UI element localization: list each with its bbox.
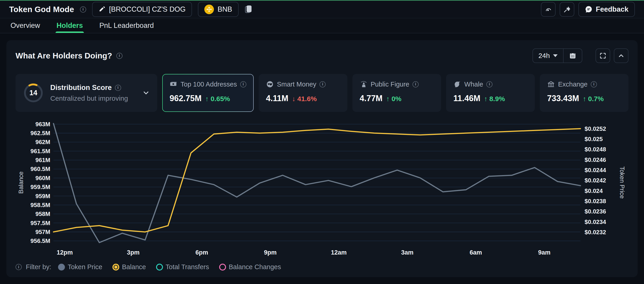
pin-button[interactable] [560,2,574,17]
stat-card-value-row: 4.77M↑ 0% [360,94,434,103]
legend-swatch-radio [112,264,119,271]
fullscreen-button[interactable] [596,48,610,63]
smart-money-icon [266,80,274,88]
legend-item-balance-changes[interactable]: Balance Changes [219,263,281,271]
left-tick: 956.5M [30,238,50,245]
chart-legend: Filter by: Token PriceBalanceTotal Trans… [16,263,628,271]
legend-items: Token PriceBalanceTotal TransfersBalance… [58,263,281,271]
left-tick: 961M [36,157,50,164]
timeframe-value: 24h [538,52,550,60]
series-token-price [54,123,580,243]
legend-item-balance[interactable]: Balance [112,263,146,271]
watchlist-button[interactable] [541,2,556,17]
x-axis-ticks: 12pm3pm6pm9pm12am3am6am9am [54,244,580,258]
info-icon[interactable] [591,81,597,87]
distribution-score-gauge: 14 [23,82,44,103]
right-tick: $0.0232 [584,229,606,236]
calendar-icon [569,52,576,59]
legend-swatch-filled [58,264,65,271]
info-icon[interactable] [412,81,419,87]
chain-name: BNB [218,5,232,13]
left-tick: 962.5M [30,130,50,137]
left-tick: 960M [36,174,50,182]
stat-card-value-row: 4.11M↓ 41.6% [266,94,340,103]
info-icon[interactable] [116,53,122,59]
stat-card-top-100-addresses[interactable]: Top 100 Addresses962.75M↑ 0.65% [162,74,254,112]
legend-item-token-price[interactable]: Token Price [58,263,102,271]
left-axis-title: Balance [16,121,26,244]
right-tick: $0.024 [584,187,603,194]
right-tick: $0.0236 [584,208,606,215]
copy-icon [244,5,253,14]
x-tick: 12pm [57,249,73,256]
chart-canvas [54,121,580,244]
stat-card-public-figure[interactable]: Public Figure4.77M↑ 0% [352,74,441,112]
calendar-button[interactable] [564,49,582,62]
info-icon[interactable] [240,81,246,87]
x-tick: 3pm [127,249,140,256]
info-icon[interactable] [16,264,22,270]
stat-card-whale[interactable]: Whale11.46M↑ 8.9% [446,74,535,112]
holders-chart: Balance 963M962.5M962M961.5M961M960.5M96… [16,121,628,244]
right-tick: $0.0238 [584,198,606,205]
header-right: Feedback [541,2,635,17]
collapse-button[interactable] [614,48,628,63]
chain-select-button[interactable]: BNB [198,2,238,17]
tab-holders[interactable]: Holders [56,18,84,33]
stat-card-title: Public Figure [371,81,409,88]
panel-header: What Are Holders Doing? 24h [16,48,628,63]
stat-card-title-row: Public Figure [360,80,434,88]
left-tick: 961.5M [30,147,50,155]
chevron-down-icon[interactable] [142,89,150,97]
legend-swatch-ring [219,264,226,271]
left-tick: 958.5M [30,201,50,208]
left-tick: 957M [36,228,50,235]
distribution-score-card[interactable]: 14 Distribution Score Centralized but im… [16,74,157,112]
stat-card-smart-money[interactable]: Smart Money4.11M↓ 41.6% [259,74,347,112]
stat-cards-row: 14 Distribution Score Centralized but im… [16,74,628,112]
right-axis-title: Token Price [615,121,628,244]
legend-label: Balance [122,263,146,271]
stat-card-delta: ↓ 41.6% [292,95,317,103]
right-tick: $0.0252 [584,125,606,132]
stat-card-value-row: 962.75M↑ 0.65% [170,94,246,103]
series-balance [54,129,580,232]
stat-card-title: Top 100 Addresses [180,81,237,88]
right-tick: $0.0244 [584,167,606,174]
watch-eye-icon [544,5,552,13]
left-tick: 958M [36,211,50,218]
x-tick: 12am [331,249,347,256]
tab-pnl-leaderboard[interactable]: PnL Leaderboard [98,18,155,33]
tab-bar: OverviewHoldersPnL Leaderboard [0,18,644,33]
right-tick: $0.0246 [584,156,606,163]
stat-card-title: Whale [464,81,483,88]
info-icon[interactable] [80,6,86,12]
stat-card-value-row: 733.43M↑ 0.7% [547,94,621,103]
distribution-score-value: 14 [23,82,44,103]
stat-card-value: 962.75M [170,94,202,103]
stat-card-exchange[interactable]: Exchange733.43M↑ 0.7% [540,74,628,112]
stat-card-delta: ↑ 8.9% [484,95,505,103]
stat-card-title-row: Top 100 Addresses [170,80,246,88]
stat-card-title: Exchange [558,81,588,88]
pin-icon [563,5,571,13]
edit-pencil-icon [98,6,105,13]
timeframe-dropdown[interactable]: 24h [533,49,563,62]
info-icon[interactable] [115,85,121,91]
distribution-score-text: Distribution Score Centralized but impro… [50,84,128,102]
legend-item-total-transfers[interactable]: Total Transfers [156,263,209,271]
feedback-button[interactable]: Feedback [578,2,635,17]
chevron-down-icon [553,54,558,57]
tab-overview[interactable]: Overview [10,18,41,33]
right-axis-ticks: $0.0252$0.025$0.0248$0.0246$0.0244$0.024… [580,121,615,244]
x-tick: 9pm [264,249,277,256]
info-icon[interactable] [486,81,492,87]
chart-plot-area[interactable]: 12pm3pm6pm9pm12am3am6am9am [54,121,580,244]
app-header: Token God Mode [BROCCOLI] CZ'S DOG [0,1,644,18]
stat-card-value-row: 11.46M↑ 8.9% [454,94,528,103]
copy-address-button[interactable] [244,5,253,14]
left-tick: 959M [36,192,50,200]
info-icon[interactable] [320,81,326,87]
whale-icon [454,80,461,88]
token-select-button[interactable]: [BROCCOLI] CZ'S DOG [92,2,192,17]
